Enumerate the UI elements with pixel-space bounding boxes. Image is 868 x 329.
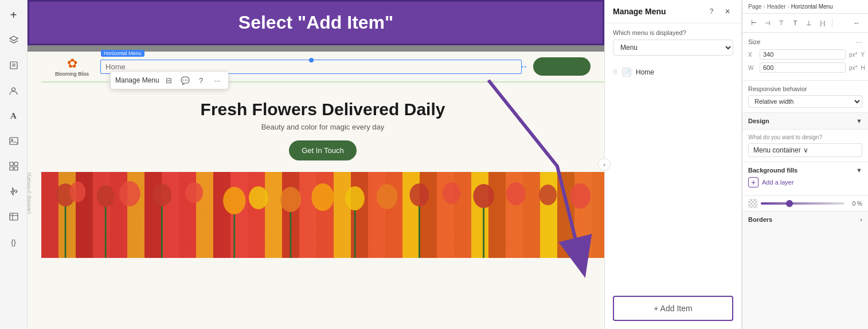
svg-point-23 [345, 186, 365, 210]
page-icon: 📄 [622, 68, 631, 77]
breadcrumb-chevron-2: › [788, 3, 789, 10]
what-design-label: What do you want to design? [748, 134, 862, 140]
size-more-button[interactable]: ··· [855, 37, 862, 46]
svg-point-25 [410, 183, 429, 206]
people-icon[interactable] [6, 83, 22, 99]
menu-select[interactable]: Menu [613, 40, 733, 56]
distribute-button[interactable]: |·| [817, 17, 828, 29]
toolbar-help-icon[interactable]: ? [195, 74, 208, 87]
toolbar-chat-icon[interactable]: 💬 [179, 74, 191, 87]
add-icon[interactable]: + [6, 7, 22, 23]
menu-container-label: Menu container [753, 146, 801, 154]
align-center-v-button[interactable]: ⊥ [803, 17, 815, 29]
background-fills-chevron-icon[interactable]: ▼ [856, 167, 862, 174]
design-label: Design [748, 117, 769, 124]
size-label: Size [748, 38, 760, 45]
collapse-panel-button[interactable]: › [598, 158, 611, 171]
opacity-value: 0 % [848, 201, 862, 207]
svg-rect-4 [10, 138, 18, 144]
canvas-content: Desktop (Primary) ✿ Blooming Bliss Horiz… [28, 52, 604, 329]
opacity-slider[interactable] [761, 202, 844, 205]
annotation-banner: Select "Add Item" [28, 0, 604, 45]
design-section-header: Design ▼ [742, 113, 868, 130]
svg-point-18 [185, 182, 203, 203]
x-input[interactable] [760, 49, 846, 60]
logo-area: ✿ Blooming Bliss [55, 56, 89, 77]
manage-menu-help-button[interactable]: ? [706, 6, 717, 17]
w-input[interactable] [760, 62, 846, 73]
menu-items-list: ⠿ 📄 Home [605, 61, 741, 291]
align-center-h-button[interactable]: ⊣ [762, 17, 773, 29]
collapse-toolbar-button[interactable]: ↔ [851, 17, 862, 29]
breadcrumb-chevron-1: › [763, 3, 765, 10]
toolbar-separator [832, 18, 832, 28]
background-fills-section: Background fills ▼ + Add a layer [742, 162, 868, 196]
svg-rect-8 [10, 167, 13, 170]
properties-panel: Page › Header › Horizontal Menu ⊢ ⊣ ⊤ T … [742, 0, 868, 329]
checkerboard-icon [748, 199, 757, 208]
toolbar-more-icon[interactable]: ··· [211, 74, 224, 87]
desktop-label: Desktop (Primary) [28, 173, 32, 214]
add-layer-button[interactable]: + [748, 177, 758, 187]
breadcrumb: Page › Header › Horizontal Menu [742, 0, 868, 14]
which-menu-section: Which menu is displayed? Menu [605, 23, 741, 61]
x-unit: px* [849, 52, 857, 58]
logo-text: Blooming Bliss [55, 71, 89, 77]
svg-point-3 [12, 88, 15, 91]
svg-rect-10 [10, 213, 18, 220]
svg-point-27 [473, 184, 494, 208]
panel-toolbar: ⊢ ⊣ ⊤ T ⊥ |·| ↔ [742, 14, 868, 33]
svg-point-17 [153, 183, 172, 206]
media-icon[interactable] [6, 133, 22, 149]
add-layer-row: + Add a layer [748, 177, 862, 187]
breadcrumb-header: Header [767, 3, 786, 10]
menu-container-select[interactable]: Menu container ∨ [748, 143, 862, 157]
svg-point-28 [506, 182, 526, 205]
design-chevron-icon[interactable]: ▼ [856, 117, 862, 124]
toolbar-table-icon[interactable]: ⊟ [163, 74, 175, 87]
add-item-button[interactable]: + Add Item [613, 296, 733, 321]
nav-cta-button[interactable] [533, 57, 591, 76]
align-top-button[interactable]: T [789, 17, 801, 29]
borders-chevron-icon[interactable]: › [860, 216, 862, 223]
svg-point-5 [11, 139, 13, 141]
align-left-button[interactable]: ⊢ [748, 17, 760, 29]
layers-icon[interactable] [6, 32, 22, 48]
toolbar-label: Manage Menu [115, 76, 159, 84]
flower-image-area [41, 172, 604, 258]
components-icon[interactable] [6, 158, 22, 174]
svg-point-14 [69, 182, 85, 202]
breadcrumb-page: Page [748, 3, 761, 10]
xy-row: X px* Y px* [748, 49, 862, 60]
hero-cta-button[interactable]: Get In Touch [289, 140, 356, 160]
background-fills-label: Background fills [748, 167, 797, 174]
menu-item-home-text: Home [636, 68, 654, 76]
w-unit: px* [849, 65, 857, 71]
horizontal-menu-badge: Horizontal Menu [101, 50, 144, 57]
interactions-icon[interactable] [6, 183, 22, 199]
menu-container-chevron-icon: ∨ [803, 146, 808, 154]
menu-item-home[interactable]: ⠿ 📄 Home [605, 64, 741, 81]
align-right-button[interactable]: ⊤ [776, 17, 787, 29]
h-label: H [861, 65, 868, 71]
svg-point-21 [280, 187, 301, 212]
manage-menu-panel: › Manage Menu ? ✕ Which menu is displaye… [604, 0, 742, 329]
table-icon[interactable] [6, 209, 22, 225]
svg-point-30 [570, 183, 591, 209]
manage-menu-close-button[interactable]: ✕ [722, 6, 733, 17]
svg-point-19 [223, 187, 245, 214]
responsive-select[interactable]: Relative width [748, 95, 862, 108]
opacity-slider-thumb[interactable] [786, 200, 793, 207]
pages-icon[interactable] [6, 57, 22, 73]
which-menu-label: Which menu is displayed? [613, 29, 733, 36]
website-mock: ✿ Blooming Bliss Horizontal Menu Home Ma… [41, 52, 604, 329]
wh-row: W px* H px* [748, 62, 862, 73]
svg-point-20 [249, 186, 268, 209]
opacity-row: 0 % [742, 196, 868, 211]
add-layer-label[interactable]: Add a layer [762, 179, 794, 186]
svg-point-26 [443, 182, 460, 204]
text-icon[interactable]: A [6, 108, 22, 124]
code-icon[interactable]: {} [6, 234, 22, 250]
size-section: Size ··· X px* Y px* W px* H px* [742, 33, 868, 81]
home-nav-link[interactable]: Home [105, 62, 126, 71]
